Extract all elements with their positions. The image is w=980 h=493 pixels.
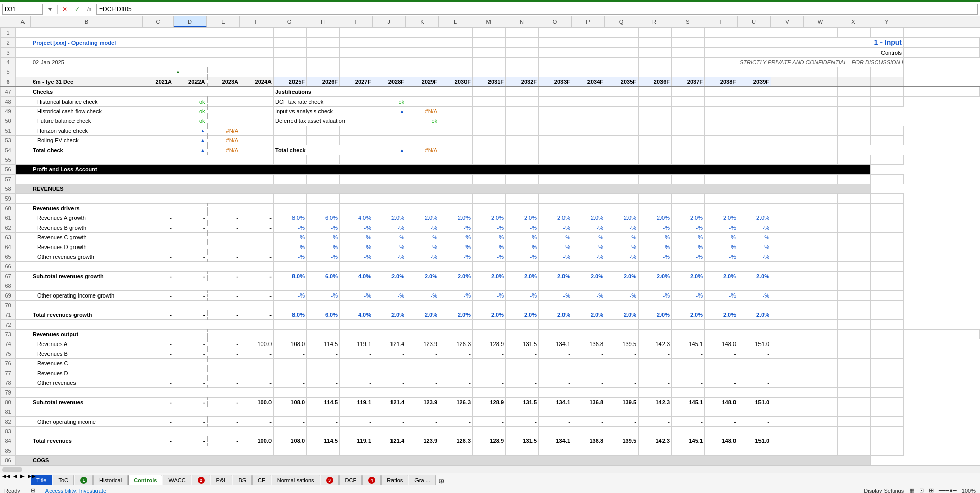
col-header-C[interactable]: C [143,16,174,27]
row-65[interactable]: 65 Other revenues growth -- - - -%-%-%-%… [1,252,980,262]
tab-controls[interactable]: Controls [128,475,162,485]
tab-2[interactable]: 2 [192,475,210,485]
row-64[interactable]: 64 Revenues D growth -- - - -%-%-%-%-%-%… [1,242,980,252]
rev-a-growth-2025[interactable]: 8.0% [274,213,307,223]
col-header-G[interactable]: G [273,16,306,27]
rev-a-growth-2024[interactable]: - [240,213,274,223]
col-header-O[interactable]: O [538,16,572,27]
col-header-A[interactable]: A [15,16,31,27]
col-header-I[interactable]: I [339,16,373,27]
rev-a-growth-2026[interactable]: 6.0% [307,213,340,223]
triangle4: ▲ [174,145,207,155]
tab-historical[interactable]: Historical [93,475,128,485]
rev-a-growth-2031[interactable]: 2.0% [473,213,506,223]
rev-a-growth-2023[interactable]: - [207,213,240,223]
row-76[interactable]: 76 Revenues C -- - - --------------- [1,359,980,368]
rev-a-growth-2034[interactable]: 2.0% [572,213,605,223]
accessibility-text[interactable]: Accessibility: Investigate [45,488,106,494]
col-header-R[interactable]: R [638,16,671,27]
function-icon[interactable]: fx [84,4,94,14]
zoom-slider[interactable]: ━━━●━ [939,487,957,493]
tab-gra[interactable]: Gra ... [409,475,436,485]
col-header-B[interactable]: B [31,16,143,27]
tab-cf[interactable]: CF [252,475,271,485]
col-header-D[interactable]: D [174,16,207,27]
rev-a-growth-2036[interactable]: 2.0% [639,213,672,223]
col-header-F[interactable]: F [240,16,273,27]
rev-a-growth-2027[interactable]: 4.0% [340,213,373,223]
tab-pnl[interactable]: P&L [211,475,233,485]
dcf-tax-label: DCF tax rate check [274,97,373,107]
rev-a-growth-2021[interactable]: - [143,213,174,223]
row-61[interactable]: 61 Revenues A growth - - - - 8.0% 6.0% 4… [1,213,980,223]
display-settings[interactable]: Display Settings [864,488,904,494]
row-82[interactable]: 82 Other operating income -- - - -------… [1,417,980,427]
col-header-S[interactable]: S [671,16,704,27]
rev-d-output-label: Revenues D [31,368,143,378]
row-85: 85 [1,446,980,456]
formula-input[interactable]: =DCF!D105 [96,4,978,15]
col-header-P[interactable]: P [572,16,605,27]
row-63[interactable]: 63 Revenues C growth -- - - -%-%-%-%-%-%… [1,233,980,242]
tab-4[interactable]: 4 [362,475,381,485]
view-break-icon[interactable]: ⊞ [929,487,934,493]
rev-b-2021[interactable]: - [143,223,174,233]
rev-b-2023[interactable]: - [207,223,240,233]
year-2038F: 2038F [705,77,738,87]
row-77[interactable]: 77 Revenues D -- - - --------------- [1,368,980,378]
rev-a-growth-2030[interactable]: 2.0% [439,213,473,223]
view-normal-icon[interactable]: ▦ [909,487,914,493]
rev-a-growth-2039[interactable]: 2.0% [738,213,771,223]
tab-wacc[interactable]: WACC [163,475,191,485]
tab-ratios[interactable]: Ratios [381,475,408,485]
row-62[interactable]: 62 Revenues B growth - - - - -%-%-%-%-%-… [1,223,980,233]
col-header-N[interactable]: N [505,16,538,27]
col-header-E[interactable]: E [207,16,240,27]
rev-b-2022[interactable]: - [174,223,207,233]
rev-a-growth-2032[interactable]: 2.0% [506,213,539,223]
rev-a-growth-2038[interactable]: 2.0% [705,213,738,223]
tab-nav-arrows[interactable]: ◀◀ ◀ ▶ ▶▶ [1,473,37,480]
col-header-K[interactable]: K [406,16,439,27]
col-header-T[interactable]: T [704,16,738,27]
row-74[interactable]: 74 Revenues A -- - 100.0 108.0114.5119.1… [1,339,980,349]
rev-b-2024[interactable]: - [240,223,274,233]
rev-a-growth-2022[interactable]: - [174,213,207,223]
tab-dcf[interactable]: DCF [339,475,362,485]
col-header-U[interactable]: U [738,16,771,27]
add-sheet-button[interactable]: ⊕ [438,477,445,485]
col-header-V[interactable]: V [771,16,804,27]
rev-a-growth-2028[interactable]: 2.0% [373,213,406,223]
view-page-icon[interactable]: ⊡ [919,487,924,493]
col-header-J[interactable]: J [373,16,406,27]
col-header-L[interactable]: L [439,16,472,27]
col-header-Q[interactable]: Q [605,16,638,27]
confirm-icon[interactable]: ✓ [72,4,82,14]
year-2022A: 2022A [174,77,207,87]
row-70: 70 [1,301,980,310]
rev-a-growth-2033[interactable]: 2.0% [539,213,572,223]
tab-3[interactable]: 3 [321,475,339,485]
tab-toc[interactable]: ToC [53,475,74,485]
row-78[interactable]: 78 Other revenues -- - - --------------- [1,378,980,388]
cancel-icon[interactable]: ✕ [60,4,70,14]
expand-icon[interactable]: ▾ [45,4,55,14]
rev-a-growth-2037[interactable]: 2.0% [672,213,705,223]
tab-1[interactable]: 1 [75,475,93,485]
col-header-W[interactable]: W [804,16,837,27]
row-69[interactable]: 69 Other operating income growth -- - - … [1,291,980,301]
row-75[interactable]: 75 Revenues B -- - - --------------- [1,349,980,359]
col-header-H[interactable]: H [306,16,339,27]
grid-area[interactable]: 1 2 Project [xxx] - Operating model 1 - … [0,28,980,465]
rev-a-growth-2035[interactable]: 2.0% [605,213,639,223]
col-header-Y[interactable]: Y [870,16,903,27]
horizontal-scrollbar[interactable] [0,465,980,473]
col-header-M[interactable]: M [472,16,505,27]
cell-ref-input[interactable] [2,4,43,15]
tab-bs[interactable]: BS [233,475,252,485]
rev-c-growth-label: Revenues C growth [31,233,143,242]
horizon-value: #N/A [207,126,240,136]
tab-normalisations[interactable]: Normalisations [272,475,320,485]
rev-a-growth-2029[interactable]: 2.0% [406,213,439,223]
col-header-X[interactable]: X [837,16,870,27]
